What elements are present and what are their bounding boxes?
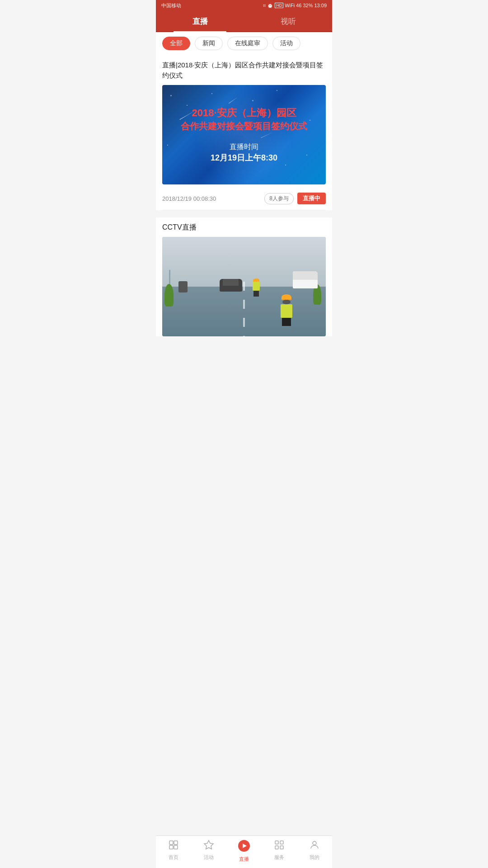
car-center xyxy=(220,279,242,292)
live-item-2-thumbnail[interactable] xyxy=(162,237,326,336)
live-icon xyxy=(238,840,250,854)
filter-news[interactable]: 新闻 xyxy=(195,37,223,50)
svg-rect-0 xyxy=(169,841,173,844)
main-content: 直播|2018·安庆（上海）园区合作共建对接会暨项目签约仪式 xyxy=(156,55,332,382)
nav-events[interactable]: 活动 xyxy=(191,840,226,863)
tree-left xyxy=(164,284,174,307)
status-right: ⌗ ⏰ HD WiFi 46 32% 13:09 xyxy=(263,3,327,9)
home-icon xyxy=(168,840,179,852)
battery-label: 32% xyxy=(303,3,313,8)
filter-court[interactable]: 在线庭审 xyxy=(227,37,268,50)
live-item-2[interactable]: CCTV直播 xyxy=(156,217,332,336)
tab-media[interactable]: 视听 xyxy=(244,11,332,31)
filter-event-label: 活动 xyxy=(280,39,293,47)
nav-services-label: 服务 xyxy=(274,854,284,861)
filter-news-label: 新闻 xyxy=(202,39,215,47)
mine-icon xyxy=(309,840,320,852)
status-bar: 中国移动 ⌗ ⏰ HD WiFi 46 32% 13:09 xyxy=(156,0,332,11)
bluetooth-icon: ⌗ xyxy=(263,3,266,9)
svg-point-11 xyxy=(313,841,316,845)
live-item-1-actions: 8人参与 直播中 xyxy=(264,193,326,204)
events-icon xyxy=(203,840,214,852)
motorcycle xyxy=(178,281,188,292)
road-line xyxy=(243,282,245,336)
tab-live[interactable]: 直播 xyxy=(156,11,244,31)
svg-rect-10 xyxy=(280,846,283,849)
time-label: 13:09 xyxy=(314,3,327,8)
tab-live-label: 直播 xyxy=(192,17,208,26)
nav-mine-label: 我的 xyxy=(310,854,319,861)
banner-title-line2: 合作共建对接会暨项目签约仪式 xyxy=(181,120,307,132)
alarm-icon: ⏰ xyxy=(267,3,273,9)
nav-live[interactable]: 直播 xyxy=(226,840,262,863)
svg-rect-7 xyxy=(275,841,278,844)
live-item-2-title: CCTV直播 xyxy=(162,223,326,232)
carrier-label: 中国移动 xyxy=(161,2,181,9)
banner-time-label: 直播时间 xyxy=(181,142,307,152)
filter-row: 全部 新闻 在线庭审 活动 xyxy=(156,32,332,55)
worker-bg xyxy=(252,278,260,297)
nav-services[interactable]: 服务 xyxy=(262,840,297,863)
svg-rect-1 xyxy=(174,841,178,844)
live-item-1-meta: 2018/12/19 00:08:30 8人参与 直播中 xyxy=(162,189,326,210)
svg-rect-2 xyxy=(169,845,173,849)
nav-home-label: 首页 xyxy=(169,854,178,861)
divider xyxy=(156,214,332,217)
hd-icon: HD xyxy=(275,3,283,8)
live-item-1-banner[interactable]: 2018·安庆（上海）园区 合作共建对接会暨项目签约仪式 直播时间 12月19日… xyxy=(162,85,326,184)
live-status-badge[interactable]: 直播中 xyxy=(297,193,326,204)
svg-marker-4 xyxy=(204,840,213,849)
live-item-1[interactable]: 直播|2018·安庆（上海）园区合作共建对接会暨项目签约仪式 xyxy=(156,55,332,210)
svg-rect-9 xyxy=(275,846,278,849)
live-item-1-date: 2018/12/19 00:08:30 xyxy=(162,195,216,202)
live-item-1-title: 直播|2018·安庆（上海）园区合作共建对接会暨项目签约仪式 xyxy=(162,60,326,80)
participants-badge: 8人参与 xyxy=(264,193,294,204)
banner-title-line1: 2018·安庆（上海）园区 xyxy=(181,106,307,120)
filter-all-label: 全部 xyxy=(170,39,183,47)
services-icon xyxy=(274,840,285,852)
filter-event[interactable]: 活动 xyxy=(272,37,300,50)
nav-live-label: 直播 xyxy=(239,856,249,863)
svg-rect-8 xyxy=(280,841,283,844)
top-tabs: 直播 视听 xyxy=(156,11,332,32)
svg-rect-3 xyxy=(174,845,178,849)
nav-mine[interactable]: 我的 xyxy=(297,840,332,863)
bottom-nav: 首页 活动 直播 服务 xyxy=(156,835,332,868)
nav-events-label: 活动 xyxy=(204,854,214,861)
tab-media-label: 视听 xyxy=(281,17,296,26)
van-right xyxy=(293,271,318,288)
worker xyxy=(280,294,293,321)
wifi-icon: WiFi xyxy=(285,3,295,8)
nav-home[interactable]: 首页 xyxy=(156,840,191,863)
filter-all[interactable]: 全部 xyxy=(162,37,190,50)
signal-label: 46 xyxy=(296,3,301,8)
banner-text: 2018·安庆（上海）园区 合作共建对接会暨项目签约仪式 直播时间 12月19日… xyxy=(181,106,307,164)
filter-court-label: 在线庭审 xyxy=(235,39,260,47)
banner-time-value: 12月19日上午8:30 xyxy=(181,152,307,163)
